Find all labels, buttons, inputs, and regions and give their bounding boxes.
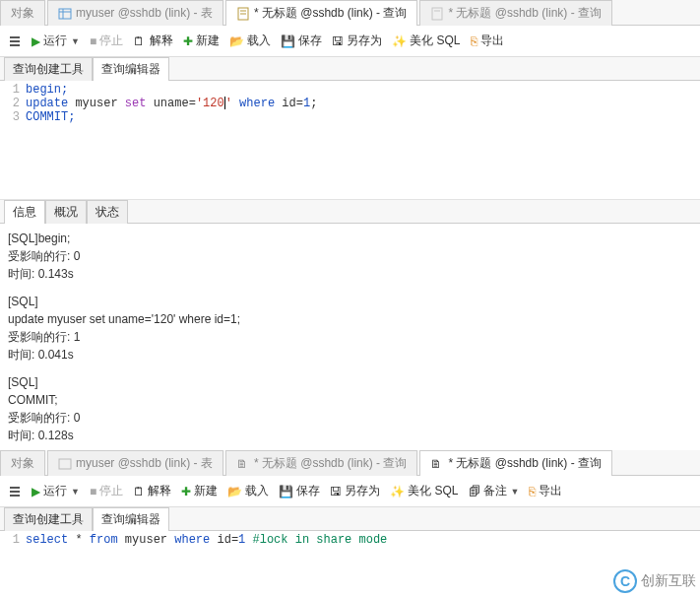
table-icon	[58, 457, 72, 471]
save-icon: 💾	[281, 34, 295, 48]
tab-query-editor[interactable]: 查询编辑器	[93, 507, 169, 531]
explain-button[interactable]: 🗒解释	[133, 33, 173, 49]
top-log-tabs: 信息 概况 状态	[0, 200, 700, 224]
stop-button[interactable]: ■停止	[90, 483, 123, 499]
tab-query-2[interactable]: 🗎 * 无标题 @sshdb (link) - 查询	[419, 450, 612, 476]
top-editor-tabs: 查询创建工具 查询编辑器	[0, 57, 700, 81]
tab-query-1[interactable]: * 无标题 @sshdb (link) - 查询	[225, 0, 418, 26]
save-as-icon: 🖫	[332, 34, 344, 48]
save-as-button[interactable]: 🖫另存为	[330, 483, 380, 499]
tab-query-builder[interactable]: 查询创建工具	[4, 507, 93, 531]
notes-icon: 🗐	[469, 485, 480, 498]
query-icon: 🗎	[430, 457, 444, 471]
tab-query-builder[interactable]: 查询创建工具	[4, 57, 93, 81]
run-button[interactable]: ▶运行▼	[32, 483, 80, 499]
export-icon: ⎘	[529, 485, 536, 498]
stop-button[interactable]: ■停止	[90, 33, 123, 49]
export-icon: ⎘	[471, 34, 477, 48]
top-main-tabs: 对象 myuser @sshdb (link) - 表 * 无标题 @sshdb…	[0, 0, 700, 26]
query-icon	[430, 7, 444, 21]
bottom-main-tabs: 对象 myuser @sshdb (link) - 表 🗎 * 无标题 @ssh…	[0, 450, 700, 476]
svg-rect-6	[432, 8, 442, 20]
folder-icon: 📂	[229, 34, 244, 48]
svg-rect-11	[59, 459, 71, 469]
svg-rect-0	[59, 9, 71, 19]
line-number: 1	[0, 83, 26, 97]
query-icon: 🗎	[236, 457, 250, 471]
wand-icon: ✨	[392, 34, 407, 48]
chevron-down-icon: ▼	[511, 487, 520, 497]
run-button[interactable]: ▶运行▼	[32, 33, 80, 49]
tab-objects[interactable]: 对象	[0, 0, 45, 26]
explain-icon: 🗒	[133, 34, 147, 48]
beautify-button[interactable]: ✨美化 SQL	[392, 33, 460, 49]
plus-icon: ✚	[183, 34, 193, 48]
export-button[interactable]: ⎘导出	[471, 33, 504, 49]
line-number: 2	[0, 97, 26, 110]
line-number: 3	[0, 110, 26, 124]
bottom-editor-tabs: 查询创建工具 查询编辑器	[0, 507, 700, 531]
tab-profile[interactable]: 概况	[45, 200, 87, 224]
tab-table-label: myuser @sshdb (link) - 表	[76, 5, 213, 22]
plus-icon: ✚	[181, 485, 191, 498]
tab-query-1[interactable]: 🗎 * 无标题 @sshdb (link) - 查询	[225, 450, 418, 476]
new-button[interactable]: ✚新建	[181, 483, 218, 499]
explain-button[interactable]: 🗒解释	[133, 483, 171, 499]
tab-q2-label: * 无标题 @sshdb (link) - 查询	[448, 5, 602, 22]
new-button[interactable]: ✚新建	[183, 33, 220, 49]
sql-editor-bottom[interactable]: 1 select * from myuser where id=1 #lock …	[0, 531, 700, 580]
save-as-icon: 🖫	[330, 485, 342, 498]
watermark: C 创新互联	[613, 569, 696, 593]
chevron-down-icon: ▼	[71, 36, 80, 46]
watermark-text: 创新互联	[641, 572, 696, 590]
line-number: 1	[0, 533, 26, 547]
tab-query-editor[interactable]: 查询编辑器	[93, 57, 169, 81]
top-toolbar: ▶运行▼ ■停止 🗒解释 ✚新建 📂载入 💾保存 🖫另存为 ✨美化 SQL ⎘导…	[0, 26, 700, 57]
tab-q1-label: * 无标题 @sshdb (link) - 查询	[254, 5, 408, 22]
menu-button[interactable]	[8, 485, 22, 498]
beautify-button[interactable]: ✨美化 SQL	[390, 483, 458, 499]
chevron-down-icon: ▼	[71, 487, 80, 497]
explain-icon: 🗒	[133, 485, 145, 498]
tab-table[interactable]: myuser @sshdb (link) - 表	[47, 0, 223, 26]
query-icon	[236, 7, 250, 21]
notes-button[interactable]: 🗐备注▼	[469, 483, 520, 499]
watermark-logo-icon: C	[613, 569, 637, 593]
wand-icon: ✨	[390, 485, 405, 498]
export-button[interactable]: ⎘导出	[529, 483, 562, 499]
save-as-button[interactable]: 🖫另存为	[332, 33, 382, 49]
bottom-toolbar: ▶运行▼ ■停止 🗒解释 ✚新建 📂载入 💾保存 🖫另存为 ✨美化 SQL 🗐备…	[0, 476, 700, 507]
table-icon	[58, 7, 72, 21]
tab-query-2[interactable]: * 无标题 @sshdb (link) - 查询	[419, 0, 612, 26]
tab-table[interactable]: myuser @sshdb (link) - 表	[47, 450, 223, 476]
tab-info[interactable]: 信息	[4, 200, 45, 224]
load-button[interactable]: 📂载入	[227, 483, 269, 499]
load-button[interactable]: 📂载入	[229, 33, 271, 49]
tab-objects[interactable]: 对象	[0, 450, 45, 476]
menu-button[interactable]	[8, 34, 22, 48]
folder-icon: 📂	[227, 485, 242, 498]
save-icon: 💾	[279, 485, 293, 498]
save-button[interactable]: 💾保存	[281, 33, 322, 49]
execution-log[interactable]: [SQL]begin; 受影响的行: 0 时间: 0.143s [SQL] up…	[0, 224, 700, 450]
sql-editor-top[interactable]: 1begin; 2 update myuser set uname='120' …	[0, 81, 700, 160]
save-button[interactable]: 💾保存	[279, 483, 320, 499]
tab-status[interactable]: 状态	[87, 200, 128, 224]
